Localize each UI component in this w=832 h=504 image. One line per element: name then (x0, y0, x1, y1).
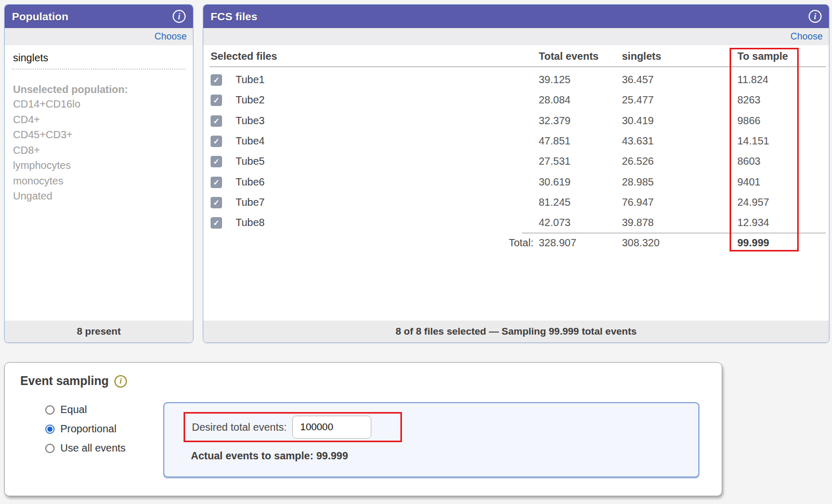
total-label: Total: (482, 237, 534, 249)
fcs-files-panel: FCS files i Choose Selected files Total … (203, 4, 829, 343)
file-row: ✓Tube447.85143.63114.151 (203, 131, 829, 152)
column-header-to-sample: To sample (737, 50, 788, 62)
singlets-cell: 30.419 (622, 115, 654, 127)
singlets-cell: 39.878 (622, 217, 654, 229)
to-sample-total: 99.999 (737, 237, 769, 249)
population-item: CD14+CD16lo (13, 97, 185, 112)
file-name: Tube7 (236, 196, 265, 208)
file-name: Tube3 (236, 115, 265, 127)
to-sample-cell: 8603 (737, 155, 761, 167)
annotation-red-box-desired-events: Desired total events: (184, 412, 402, 442)
column-header-singlets: singlets (622, 50, 661, 62)
file-checkbox[interactable]: ✓ (211, 95, 222, 106)
file-checkbox[interactable]: ✓ (211, 217, 222, 229)
population-item: Ungated (13, 189, 185, 204)
radio-label: Equal (60, 404, 87, 416)
population-item: lymphocytes (13, 158, 185, 174)
total-events-cell: 39.125 (539, 74, 570, 86)
singlets-total: 308.320 (622, 237, 659, 249)
desired-total-events-label: Desired total events: (192, 421, 287, 433)
population-item: monocytes (13, 174, 185, 189)
to-sample-cell: 12.934 (737, 217, 769, 229)
file-checkbox[interactable]: ✓ (211, 74, 222, 86)
to-sample-cell: 14.151 (737, 135, 769, 147)
table-header-divider (210, 67, 826, 67)
total-events-cell: 81.245 (539, 196, 570, 208)
to-sample-cell: 8263 (737, 94, 761, 106)
to-sample-cell: 9401 (737, 176, 761, 188)
info-icon[interactable]: i (114, 375, 127, 388)
total-row: Total: 328.907 308.320 99.999 (203, 235, 829, 254)
file-row: ✓Tube630.61928.9859401 (203, 173, 829, 193)
singlets-cell: 28.985 (622, 176, 654, 188)
singlets-cell: 26.526 (622, 155, 654, 167)
file-name: Tube6 (236, 176, 265, 188)
file-name: Tube2 (236, 94, 265, 106)
check-icon: ✓ (213, 75, 220, 85)
fcs-panel-header: FCS files i (203, 5, 829, 28)
sampling-option-proportional[interactable]: Proportional (45, 419, 126, 439)
file-name: Tube8 (236, 217, 265, 229)
file-name: Tube1 (236, 74, 265, 86)
file-row: ✓Tube332.37930.4199866 (203, 111, 829, 131)
population-choose-link[interactable]: Choose (154, 31, 187, 42)
info-icon[interactable]: i (809, 10, 822, 23)
actual-events-to-sample: Actual events to sample: 99.999 (191, 450, 348, 462)
radio-icon[interactable] (45, 405, 55, 415)
check-icon: ✓ (213, 218, 220, 228)
proportional-options-box: Desired total events: Actual events to s… (163, 402, 699, 478)
population-footer: 8 present (5, 321, 193, 342)
radio-selected-icon[interactable] (45, 425, 55, 434)
check-icon: ✓ (213, 137, 220, 146)
radio-label: Proportional (60, 423, 116, 435)
sampling-option-equal[interactable]: Equal (45, 400, 126, 419)
population-content: singlets Unselected population: CD14+CD1… (5, 45, 193, 321)
fcs-panel-title: FCS files (211, 10, 257, 23)
divider (12, 69, 186, 70)
radio-icon[interactable] (45, 444, 55, 453)
info-icon[interactable]: i (173, 10, 186, 23)
total-events-cell: 42.073 (539, 217, 570, 229)
check-icon: ✓ (213, 96, 220, 105)
file-checkbox[interactable]: ✓ (211, 177, 222, 188)
selected-population[interactable]: singlets (13, 52, 185, 64)
file-row: ✓Tube781.24576.94724.957 (203, 193, 829, 213)
total-events-cell: 30.619 (539, 176, 570, 188)
total-events-cell: 47.851 (539, 135, 570, 147)
fcs-choose-bar: Choose (203, 28, 829, 45)
event-sampling-title-row: Event sampling i (20, 374, 127, 388)
sampling-option-use-all-events[interactable]: Use all events (45, 439, 126, 458)
to-sample-cell: 11.824 (737, 74, 769, 86)
event-sampling-title: Event sampling (20, 374, 109, 388)
file-row: ✓Tube527.53126.5268603 (203, 152, 829, 172)
file-checkbox[interactable]: ✓ (211, 156, 222, 167)
check-icon: ✓ (213, 198, 220, 207)
population-item: CD4+ (13, 112, 185, 128)
population-item: CD8+ (13, 143, 185, 158)
singlets-cell: 43.631 (622, 135, 654, 147)
fcs-choose-link[interactable]: Choose (790, 31, 823, 42)
file-name: Tube5 (236, 155, 265, 167)
total-events-cell: 27.531 (539, 155, 570, 167)
file-name: Tube4 (236, 135, 265, 147)
singlets-cell: 76.947 (622, 196, 654, 208)
population-panel-header: Population i (5, 5, 193, 28)
fcs-table: Selected files Total events singlets To … (203, 45, 829, 321)
file-checkbox[interactable]: ✓ (211, 136, 222, 147)
radio-label: Use all events (60, 442, 126, 454)
desired-total-events-input[interactable] (292, 416, 371, 439)
check-icon: ✓ (213, 116, 220, 126)
file-checkbox[interactable]: ✓ (211, 115, 222, 127)
total-events-cell: 28.084 (539, 94, 570, 106)
fcs-footer: 8 of 8 files selected — Sampling 99.999 … (203, 321, 829, 342)
column-header-total-events: Total events (539, 50, 599, 62)
unselected-population-list: CD14+CD16loCD4+CD45+CD3+CD8+lymphocytesm… (5, 97, 193, 204)
population-item: CD45+CD3+ (13, 127, 185, 143)
unselected-population-heading: Unselected population: (13, 84, 185, 96)
file-checkbox[interactable]: ✓ (211, 197, 222, 208)
to-sample-cell: 24.957 (737, 196, 769, 208)
event-sampling-panel: Event sampling i EqualProportionalUse al… (4, 362, 722, 496)
sampling-mode-radio-group: EqualProportionalUse all events (45, 400, 126, 458)
population-choose-bar: Choose (5, 28, 193, 45)
file-row: ✓Tube139.12536.45711.824 (203, 70, 829, 90)
